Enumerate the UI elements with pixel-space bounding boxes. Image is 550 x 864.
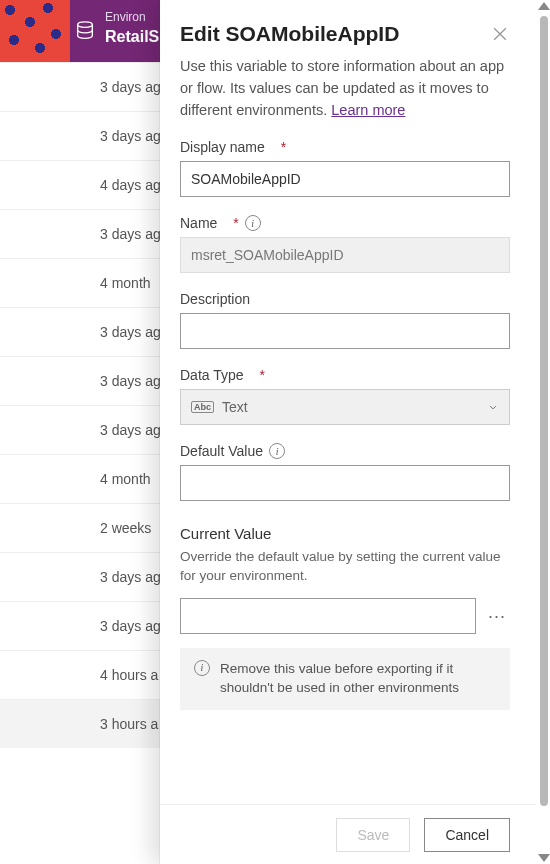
export-warning: i Remove this value before exporting if … [180,648,510,710]
cancel-button[interactable]: Cancel [424,818,510,852]
env-label: Environ [105,10,146,24]
name-input [180,237,510,273]
info-icon[interactable]: i [245,215,261,231]
description-label: Description [180,291,510,307]
scroll-thumb[interactable] [540,16,548,806]
close-icon[interactable] [490,24,510,44]
info-icon: i [194,660,210,676]
list-item[interactable]: 3 hours a [0,699,160,748]
svg-point-0 [78,22,93,28]
background-list: 3 days ag 3 days ag 4 days ag 3 days ag … [0,62,160,748]
default-value-input[interactable] [180,465,510,501]
list-item[interactable]: 3 days ag [0,307,160,356]
edit-variable-panel: Edit SOAMobileAppID Use this variable to… [160,0,550,864]
list-item[interactable]: 2 weeks [0,503,160,552]
default-value-label: Default Value i [180,443,510,459]
description-input[interactable] [180,313,510,349]
current-value-label: Current Value [180,525,510,542]
list-item[interactable]: 3 days ag [0,62,160,111]
name-label: Name * i [180,215,510,231]
list-item[interactable]: 4 days ag [0,160,160,209]
list-item[interactable]: 3 days ag [0,209,160,258]
current-value-help: Override the default value by setting th… [180,548,510,586]
panel-title: Edit SOAMobileAppID [180,22,399,46]
list-item[interactable]: 3 days ag [0,601,160,650]
panel-help: Use this variable to store information a… [180,56,510,121]
data-type-value: Text [222,399,248,415]
learn-more-link[interactable]: Learn more [331,102,405,118]
list-item[interactable]: 3 days ag [0,552,160,601]
app-header: Environ RetailS [0,0,160,62]
scroll-down-icon[interactable] [538,854,550,862]
database-icon [74,20,96,42]
save-button[interactable]: Save [336,818,410,852]
export-warning-text: Remove this value before exporting if it… [220,660,496,698]
list-item[interactable]: 3 days ag [0,111,160,160]
current-value-input[interactable] [180,598,476,634]
env-name: RetailS [105,28,159,46]
list-item[interactable]: 4 hours a [0,650,160,699]
display-name-input[interactable] [180,161,510,197]
data-type-label: Data Type * [180,367,510,383]
text-type-icon: Abc [191,401,214,413]
scrollbar[interactable] [538,2,550,862]
display-name-label: Display name * [180,139,510,155]
list-item[interactable]: 3 days ag [0,356,160,405]
panel-footer: Save Cancel [160,804,536,864]
app-logo [0,0,70,62]
list-item[interactable]: 3 days ag [0,405,160,454]
more-options-icon[interactable]: ··· [484,602,510,631]
info-icon[interactable]: i [269,443,285,459]
data-type-select[interactable]: Abc Text [180,389,510,425]
chevron-down-icon [487,401,499,413]
list-item[interactable]: 4 month [0,258,160,307]
scroll-up-icon[interactable] [538,2,550,10]
list-item[interactable]: 4 month [0,454,160,503]
